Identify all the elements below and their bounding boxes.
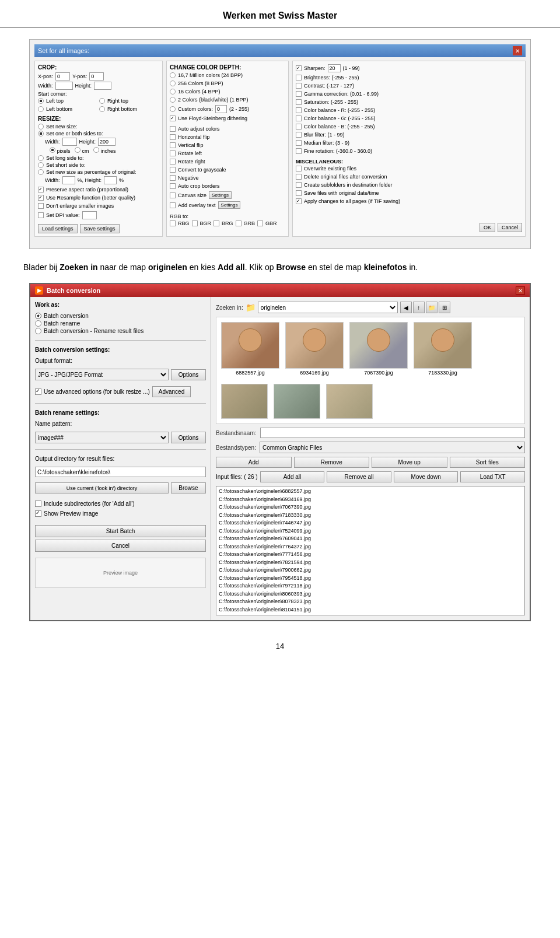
list-item[interactable]: C:\fotosschaken\originelen\7764372.jpg [218,543,523,551]
blur-cb[interactable] [296,132,302,138]
save-settings-btn[interactable]: Save settings [80,224,120,233]
auto-adjust-checkbox[interactable] [170,126,176,132]
filetype-select[interactable]: Common Graphic Files [260,442,525,453]
unit-cm-radio[interactable] [75,147,80,153]
crop-height-input[interactable] [94,82,111,90]
thumb-item-1[interactable]: 6882557.jpg [221,322,279,376]
work-batch-conversion[interactable]: Batch conversion [35,313,206,319]
gamma-cb[interactable] [296,91,302,97]
radio-1bpp[interactable] [170,97,176,103]
sharpen-cb[interactable] [296,65,302,71]
list-item[interactable]: C:\fotosschaken\originelen\7821594.jpg [218,559,523,567]
color-g-cb[interactable] [296,116,302,121]
resample-cb[interactable] [38,195,44,201]
unit-pixels-radio[interactable] [50,147,55,153]
name-pattern-select[interactable]: image### [35,432,169,443]
radio-4bpp[interactable] [170,89,176,94]
work-conv-rename-radio[interactable] [35,328,41,334]
nav-new-btn[interactable]: 📁 [426,302,438,313]
resize-width-input[interactable] [62,138,77,146]
output-dir-input[interactable] [35,467,206,477]
list-item[interactable]: C:\fotosschaken\originelen\6882557.jpg [218,488,523,496]
color-r-cb[interactable] [296,107,302,113]
batch-close-btn[interactable]: ✕ [516,286,525,295]
work-batch-conversion-rename[interactable]: Batch conversion - Rename result files [35,328,206,334]
remove-all-btn[interactable]: Remove all [327,471,391,482]
vert-flip-checkbox[interactable] [170,142,176,148]
show-preview-cb[interactable] [35,510,41,517]
thumb-img-4[interactable] [414,322,472,369]
rotate-left-checkbox[interactable] [170,150,176,156]
resize-height-input[interactable] [98,138,116,146]
resize-long-radio[interactable] [38,155,44,161]
radio-8bpp[interactable] [170,80,176,86]
canvas-settings-btn[interactable]: Settings [209,191,232,199]
color-b-cb[interactable] [296,124,302,130]
subfolders-cb[interactable] [296,182,302,188]
start-batch-btn[interactable]: Start Batch [35,525,206,537]
floyd-cb[interactable] [170,116,176,121]
crop-ypos-input[interactable] [89,72,104,80]
resize-both-radio[interactable] [38,131,44,136]
corner-rb-radio[interactable] [99,106,105,112]
files-list[interactable]: C:\fotosschaken\originelen\6882557.jpgC:… [216,486,525,615]
original-date-cb[interactable] [296,190,302,196]
delete-cb[interactable] [296,174,302,180]
work-batch-radio[interactable] [35,313,41,319]
median-cb[interactable] [296,140,302,146]
resize-newsize-radio[interactable] [38,124,44,130]
remove-btn[interactable]: Remove [294,457,370,468]
resize-short-radio[interactable] [38,162,44,168]
output-format-select[interactable]: JPG - JPG/JPEG Format [35,369,169,380]
thumb-img-3[interactable] [349,322,408,369]
thumb-item-3[interactable]: 7067390.jpg [349,322,408,376]
thumb-img-2[interactable] [285,322,344,369]
list-item[interactable]: C:\fotosschaken\originelen\7524099.jpg [218,527,523,536]
options-btn[interactable]: Options [171,369,206,380]
advanced-cb[interactable] [35,388,41,395]
include-subdirs-row[interactable]: Include subdirectories (for 'Add all') [35,501,206,507]
load-settings-btn[interactable]: Load settings [38,224,78,233]
nav-back-btn[interactable]: ◀ [400,302,412,313]
overwrite-cb[interactable] [296,166,302,172]
list-item[interactable]: C:\fotosschaken\originelen\7954518.jpg [218,575,523,583]
list-item[interactable]: C:\fotosschaken\originelen\8078323.jpg [218,598,523,606]
list-item[interactable]: C:\fotosschaken\originelen\7771456.jpg [218,551,523,559]
enlarge-cb[interactable] [38,203,44,209]
unit-inches-radio[interactable] [93,147,99,153]
saturation-cb[interactable] [296,99,302,105]
custom-color-input[interactable] [215,105,227,113]
rgb-bgr[interactable] [192,220,198,226]
add-btn[interactable]: Add [216,457,292,468]
list-item[interactable]: C:\fotosschaken\originelen\7067390.jpg [218,503,523,512]
thumb-img-1[interactable] [221,322,279,369]
sort-files-btn[interactable]: Sort files [450,457,526,468]
rgb-gbr[interactable] [257,220,263,226]
radio-24bpp[interactable] [170,72,176,78]
thumb-item-4[interactable]: 7183330.jpg [414,322,472,376]
move-down-btn[interactable]: Move down [394,471,459,482]
corner-lt-radio[interactable] [38,98,44,104]
rgb-brg[interactable] [214,220,219,226]
resize-pct-radio[interactable] [38,169,44,175]
advanced-btn[interactable]: Advanced [152,386,191,397]
nav-view-btn[interactable]: ⊞ [439,302,450,313]
thumb-extra-1[interactable] [221,384,268,419]
sharpen-input[interactable] [328,64,341,72]
dpi-input[interactable] [82,211,97,219]
canvas-checkbox[interactable] [170,192,176,198]
browse-btn[interactable]: Browse [171,482,206,494]
rgb-grb[interactable] [236,220,242,226]
dpi-cb[interactable] [38,212,44,218]
brightness-cb[interactable] [296,75,302,80]
bestandsnaam-input[interactable] [260,428,526,438]
add-all-btn[interactable]: Add all [260,471,325,482]
horiz-flip-checkbox[interactable] [170,134,176,140]
work-rename-radio[interactable] [35,320,41,327]
nav-up-btn[interactable]: ↑ [413,302,425,313]
work-batch-rename[interactable]: Batch rename [35,320,206,327]
name-options-btn[interactable]: Options [171,432,206,443]
list-item[interactable]: C:\fotosschaken\originelen\7446747.jpg [218,519,523,527]
rotate-right-checkbox[interactable] [170,159,176,164]
overlay-settings-btn[interactable]: Settings [218,201,241,209]
